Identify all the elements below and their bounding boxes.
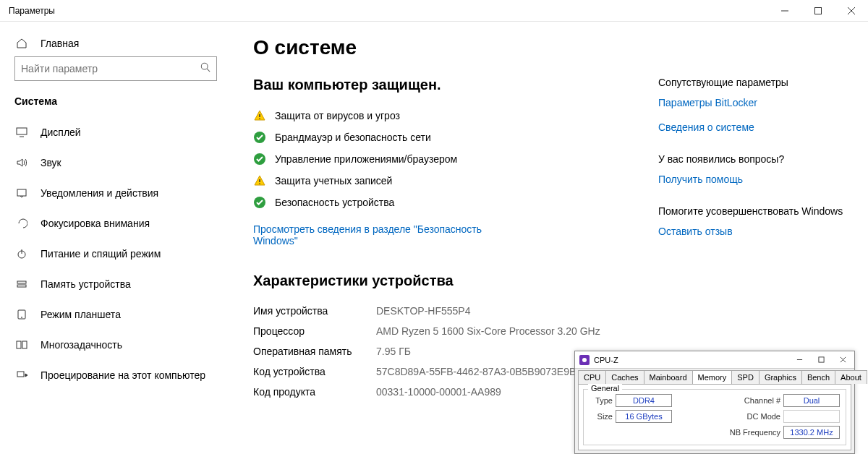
cpuz-nbfreq-label: NB Frequency [728,428,780,437]
cpuz-size-label: Size [590,412,613,421]
cpuz-tab-graphics[interactable]: Graphics [759,370,802,384]
security-item: Защита учетных записей [253,170,658,192]
cpuz-general-fieldset: General Type DDR4 Size 16 GBytes Channel… [583,389,846,445]
security-item: Управление приложениями/браузером [253,148,658,170]
specs-heading: Характеристики устройства [253,273,658,289]
security-item: Защита от вирусов и угроз [253,105,658,127]
cpuz-maximize-button[interactable] [811,353,831,367]
feedback-link[interactable]: Оставить отзыв [658,226,846,237]
spec-label: Код продукта [253,386,376,398]
security-item-label: Защита учетных записей [275,175,392,187]
sidebar-item-project[interactable]: Проецирование на этот компьютер [0,360,231,390]
cpuz-type-value: DDR4 [616,394,672,407]
svg-rect-15 [17,341,21,348]
display-icon [14,127,29,138]
sidebar-item-label: Фокусировка внимания [41,218,150,229]
svg-point-19 [259,118,260,119]
sidebar-item-storage[interactable]: Память устройства [0,269,231,299]
search-input[interactable] [21,63,200,74]
sidebar-item-label: Память устройства [41,278,131,290]
cpuz-tab-caches[interactable]: Caches [605,370,644,384]
maximize-button[interactable] [801,0,835,22]
sidebar-item-focus[interactable]: Фокусировка внимания [0,208,231,239]
related-heading: Сопутствующие параметры [658,77,846,88]
related-link-bitlocker[interactable]: Параметры BitLocker [658,97,846,108]
home-icon [14,38,29,49]
security-item-label: Управление приложениями/браузером [275,153,457,165]
svg-point-14 [22,317,22,318]
sidebar-section-heading: Система [0,91,231,117]
cpuz-nbfreq-value: 1330.2 MHz [783,426,840,439]
cpuz-tab-bench[interactable]: Bench [801,370,835,384]
focus-icon [14,218,29,229]
spec-value: DESKTOP-HF555P4 [376,305,658,317]
cpuz-tab-memory[interactable]: Memory [692,370,733,384]
check-icon [253,131,266,144]
cpuz-tab-cpu[interactable]: CPU [578,370,606,384]
svg-rect-11 [17,281,26,283]
sidebar-item-notifications[interactable]: Уведомления и действия [0,178,231,208]
sidebar-item-label: Проецирование на этот компьютер [41,369,205,381]
security-item-label: Брандмауэр и безопасность сети [275,132,431,143]
close-button[interactable] [835,0,868,22]
spec-label: Имя устройства [253,305,376,317]
window-controls [768,0,868,22]
sidebar-item-label: Звук [41,157,61,168]
titlebar: Параметры [0,0,868,22]
cpuz-channel-value: Dual [783,394,840,407]
related-link-sysinfo[interactable]: Сведения о системе [658,121,846,133]
spec-label: Процессор [253,325,376,337]
sidebar-item-label: Дисплей [41,127,81,138]
warning-icon [253,174,266,187]
search-icon [200,62,210,75]
sidebar: Главная Система ДисплейЗвукУведомления и… [0,22,231,454]
cpuz-minimize-button[interactable] [789,353,809,367]
project-icon [14,369,29,381]
cpuz-titlebar[interactable]: CPU-Z [575,351,854,369]
svg-rect-16 [22,341,27,348]
sidebar-home[interactable]: Главная [0,30,231,56]
cpuz-dcmode-label: DC Mode [728,412,780,421]
sidebar-item-power[interactable]: Питание и спящий режим [0,239,231,269]
sidebar-item-multitask[interactable]: Многозадачность [0,330,231,360]
cpuz-tab-spd[interactable]: SPD [731,370,760,384]
minimize-button[interactable] [768,0,801,22]
search-box[interactable] [14,56,217,81]
notifications-icon [14,187,29,199]
sidebar-item-label: Уведомления и действия [41,187,158,199]
spec-row: Имя устройстваDESKTOP-HF555P4 [253,301,658,321]
svg-rect-1 [815,7,822,14]
sidebar-home-label: Главная [41,38,79,49]
check-icon [253,196,266,209]
security-item: Брандмауэр и безопасность сети [253,127,658,148]
svg-point-4 [201,63,208,69]
cpuz-window[interactable]: CPU-Z CPUCachesMainboardMemorySPDGraphic… [574,351,855,454]
cpuz-tab-mainboard[interactable]: Mainboard [644,370,693,384]
page-title: О системе [253,36,658,59]
cpuz-close-button[interactable] [833,353,853,367]
cpuz-size-value: 16 GBytes [616,410,672,423]
feedback-heading: Помогите усовершенствовать Windows [658,205,846,217]
cpuz-channel-label: Channel # [728,396,780,405]
sidebar-item-tablet[interactable]: Режим планшета [0,299,231,330]
cpuz-dcmode-value [783,410,840,423]
spec-row: ПроцессорAMD Ryzen 5 1600 Six-Core Proce… [253,321,658,341]
svg-line-5 [207,69,210,72]
sidebar-item-display[interactable]: Дисплей [0,117,231,147]
sound-icon [14,157,29,168]
svg-rect-27 [818,357,823,362]
spec-value: AMD Ryzen 5 1600 Six-Core Processor 3.20… [376,325,658,337]
sidebar-item-label: Режим планшета [41,309,121,320]
storage-icon [14,278,29,290]
sidebar-item-sound[interactable]: Звук [0,147,231,178]
svg-rect-8 [17,189,26,196]
security-item-label: Защита от вирусов и угроз [275,110,400,121]
power-icon [14,248,29,260]
cpuz-type-label: Type [590,396,613,405]
sidebar-item-label: Многозадачность [41,339,122,351]
cpuz-tab-about[interactable]: About [835,370,867,384]
svg-point-23 [259,183,260,184]
help-link[interactable]: Получить помощь [658,174,846,185]
security-details-link[interactable]: Просмотреть сведения в разделе "Безопасн… [253,223,514,247]
spec-label: Оперативная память [253,346,376,357]
